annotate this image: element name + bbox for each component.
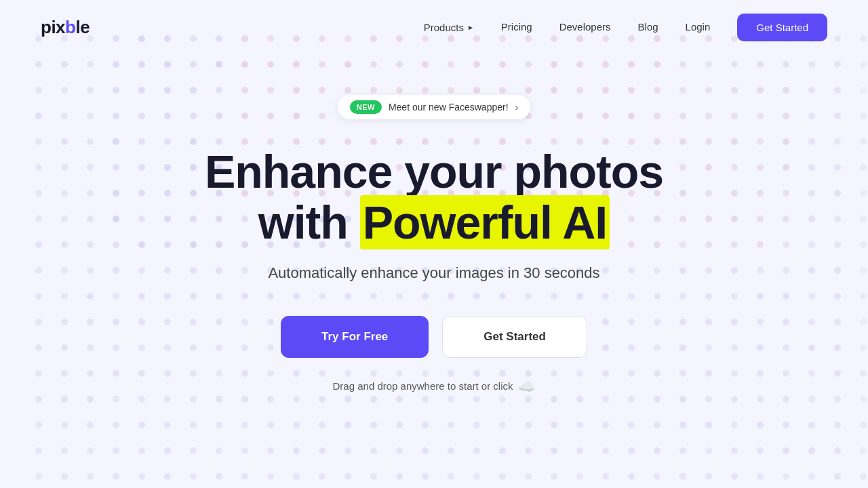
developers-link[interactable]: Developers <box>559 21 611 33</box>
nav-item-developers[interactable]: Developers <box>559 21 611 33</box>
hero-title: Enhance your photos with Powerful AI <box>205 146 663 248</box>
badge-arrow-icon: › <box>515 102 519 113</box>
drag-drop-label: Drag and drop anywhere to start or click <box>333 380 513 392</box>
hero-subtitle: Automatically enhance your images in 30 … <box>268 264 599 282</box>
cloud-upload-icon: ☁️ <box>518 378 535 394</box>
nav-get-started-button[interactable]: Get Started <box>737 14 827 41</box>
try-for-free-button[interactable]: Try For Free <box>281 316 429 358</box>
badge-description: Meet our new Faceswapper! <box>389 102 509 113</box>
navbar: pixble Products ► Pricing Developers Blo… <box>0 0 868 54</box>
blog-link[interactable]: Blog <box>638 21 658 33</box>
nav-item-products[interactable]: Products ► <box>424 22 474 33</box>
nav-item-login[interactable]: Login <box>686 21 711 33</box>
drag-drop-area[interactable]: Drag and drop anywhere to start or click… <box>333 378 536 394</box>
pricing-label: Pricing <box>501 21 532 33</box>
login-label: Login <box>686 21 711 33</box>
nav-item-blog[interactable]: Blog <box>638 21 658 33</box>
try-for-free-label: Try For Free <box>321 330 388 344</box>
products-label: Products <box>424 22 464 33</box>
products-link[interactable]: Products ► <box>424 22 474 33</box>
hero-title-highlight: Powerful AI <box>360 195 610 249</box>
hero-title-line2-prefix: with <box>258 197 360 248</box>
nav-get-started-label: Get Started <box>756 22 808 33</box>
logo[interactable]: pixble <box>41 17 90 38</box>
blog-label: Blog <box>638 21 658 33</box>
get-started-label: Get Started <box>484 330 546 344</box>
get-started-button[interactable]: Get Started <box>442 316 587 358</box>
new-label: NEW <box>350 100 382 114</box>
nav-links: Products ► Pricing Developers Blog Login <box>424 14 827 41</box>
pricing-link[interactable]: Pricing <box>501 21 532 33</box>
logo-x: b <box>65 17 75 37</box>
logo-text-le: le <box>75 17 90 37</box>
nav-item-pricing[interactable]: Pricing <box>501 21 532 33</box>
nav-item-get-started[interactable]: Get Started <box>737 14 827 41</box>
login-link[interactable]: Login <box>686 21 711 33</box>
hero-section: NEW Meet our new Faceswapper! › Enhance … <box>0 54 868 394</box>
hero-title-line1: Enhance your photos <box>205 146 663 197</box>
hero-buttons: Try For Free Get Started <box>281 316 587 358</box>
products-arrow-icon: ► <box>467 24 474 31</box>
developers-label: Developers <box>559 21 611 33</box>
new-feature-badge[interactable]: NEW Meet our new Faceswapper! › <box>338 95 530 119</box>
logo-text-pix: pix <box>41 17 65 37</box>
